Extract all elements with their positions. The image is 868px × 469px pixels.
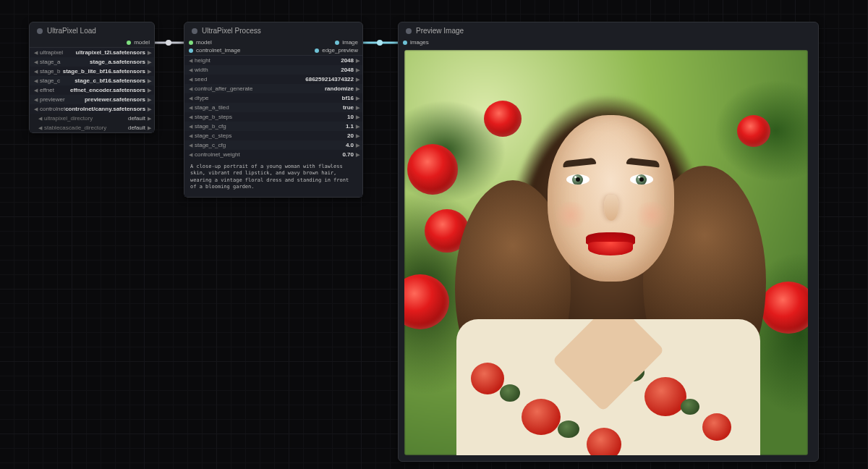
node-title[interactable]: UltraPixel Load <box>30 22 154 38</box>
node-body: ◀height2048▶◀width2048▶◀seed686259214374… <box>184 55 362 197</box>
param-row[interactable]: ◀stage_cstage_c_bf16.safetensors▶ <box>30 76 154 85</box>
param-label: stage_a <box>40 59 60 65</box>
param-value: 686259214374322 <box>305 76 354 83</box>
param-row[interactable]: ◀controlnetcontrolnet/canny.safetensors▶ <box>30 104 154 114</box>
param-value: 4.0 <box>346 142 354 148</box>
param-label: stage_b_cfg <box>195 123 226 130</box>
chevron-right-icon: ▶ <box>148 59 151 65</box>
param-row[interactable]: ◀width2048▶ <box>184 65 362 75</box>
collapse-dot-icon[interactable] <box>406 28 412 34</box>
chevron-right-icon: ▶ <box>356 124 359 130</box>
param-value: ultrapixel_t2i.safetensors <box>76 49 145 56</box>
param-label: previewer <box>40 96 65 103</box>
node-title[interactable]: UltraPixel Process <box>184 22 362 38</box>
param-row[interactable]: ◀effneteffnet_encoder.safetensors▶ <box>30 85 154 95</box>
output-port-edge-preview[interactable]: edge_preview <box>315 47 358 54</box>
chevron-left-icon: ◀ <box>189 58 192 64</box>
param-row[interactable]: ◀stage_a_tiledtrue▶ <box>184 103 362 112</box>
prompt-text[interactable]: A close-up portrait of a young woman wit… <box>184 159 362 197</box>
param-value: 1.1 <box>346 123 354 130</box>
param-row[interactable]: ◀stage_c_cfg4.0▶ <box>184 140 362 150</box>
input-port-controlnet-image[interactable]: controlnet_image <box>189 47 240 54</box>
param-row[interactable]: ◀control_after_generaterandomize▶ <box>184 84 362 93</box>
node-ultrapixel-load[interactable]: UltraPixel Load model ◀ultrapixelultrapi… <box>29 22 155 133</box>
svg-point-0 <box>166 40 171 46</box>
param-label: effnet <box>40 87 54 93</box>
chevron-right-icon: ▶ <box>356 77 359 83</box>
param-value: 2048 <box>341 67 354 73</box>
param-label: stage_c_cfg <box>195 142 226 148</box>
param-value: default <box>128 115 145 122</box>
param-value: bf16 <box>342 95 354 101</box>
chevron-left-icon: ◀ <box>34 97 38 103</box>
output-port-image[interactable]: image <box>335 39 358 46</box>
param-label: dtype <box>195 95 209 101</box>
param-value: 10 <box>347 114 354 120</box>
chevron-right-icon: ▶ <box>356 96 359 101</box>
chevron-right-icon: ▶ <box>148 88 151 93</box>
param-label: stage_c_steps <box>195 132 232 139</box>
node-ultrapixel-process[interactable]: UltraPixel Process model image controlne… <box>184 22 363 198</box>
param-row[interactable]: ◀stage_b_steps10▶ <box>184 112 362 122</box>
param-value: default <box>128 124 145 131</box>
chevron-left-icon: ◀ <box>38 116 42 122</box>
param-label: seed <box>195 76 207 83</box>
collapse-dot-icon[interactable] <box>37 28 43 34</box>
chevron-left-icon: ◀ <box>189 114 192 120</box>
param-label: stage_b <box>40 68 60 75</box>
param-row[interactable]: ◀height2048▶ <box>184 56 362 65</box>
param-row[interactable]: ◀ultrapixelultrapixel_t2i.safetensors▶ <box>30 48 154 57</box>
node-title-label: Preview Image <box>416 27 464 35</box>
param-row[interactable]: ◀previewerpreviewer.safetensors▶ <box>30 95 154 104</box>
param-value: 0.70 <box>342 151 354 158</box>
param-row[interactable]: ◀ultrapixel_directorydefault▶ <box>30 114 154 123</box>
chevron-right-icon: ▶ <box>148 78 151 84</box>
param-row[interactable]: ◀seed686259214374322▶ <box>184 75 362 84</box>
param-value: 20 <box>347 132 354 139</box>
chevron-right-icon: ▶ <box>356 58 359 64</box>
chevron-right-icon: ▶ <box>356 114 359 120</box>
param-label: width <box>195 67 208 73</box>
chevron-right-icon: ▶ <box>356 152 359 158</box>
node-title[interactable]: Preview Image <box>399 22 818 38</box>
param-row[interactable]: ◀controlnet_weight0.70▶ <box>184 150 362 159</box>
chevron-left-icon: ◀ <box>189 124 192 130</box>
chevron-right-icon: ▶ <box>356 67 359 73</box>
output-port-model[interactable]: model <box>127 39 150 46</box>
param-label: ultrapixel_directory <box>44 115 93 122</box>
param-label: stage_c <box>40 77 60 84</box>
param-row[interactable]: ◀dtypebf16▶ <box>184 93 362 103</box>
param-row[interactable]: ◀stage_astage_a.safetensors▶ <box>30 57 154 67</box>
chevron-right-icon: ▶ <box>356 105 359 111</box>
chevron-right-icon: ▶ <box>356 143 359 148</box>
chevron-left-icon: ◀ <box>34 59 38 65</box>
node-preview-image[interactable]: Preview Image images <box>398 22 819 462</box>
param-label: height <box>195 57 210 64</box>
param-row[interactable]: ◀stage_bstage_b_lite_bf16.safetensors▶ <box>30 67 154 76</box>
param-value: stage_a.safetensors <box>90 59 145 65</box>
node-title-label: UltraPixel Load <box>47 27 96 35</box>
param-label: stablecascade_directory <box>44 124 106 131</box>
graph-canvas[interactable]: { "nodes": { "load": { "title": "UltraPi… <box>0 0 868 469</box>
input-port-model[interactable]: model <box>189 39 212 46</box>
chevron-left-icon: ◀ <box>189 133 192 139</box>
param-value: previewer.safetensors <box>85 96 145 103</box>
chevron-left-icon: ◀ <box>34 69 38 75</box>
collapse-dot-icon[interactable] <box>192 28 197 34</box>
param-row[interactable]: ◀stage_c_steps20▶ <box>184 131 362 140</box>
input-port-images[interactable]: images <box>403 39 429 46</box>
param-value: effnet_encoder.safetensors <box>70 87 145 93</box>
chevron-left-icon: ◀ <box>189 67 192 73</box>
chevron-right-icon: ▶ <box>148 69 151 75</box>
param-label: controlnet_weight <box>195 151 240 158</box>
chevron-right-icon: ▶ <box>148 125 151 131</box>
param-row[interactable]: ◀stage_b_cfg1.1▶ <box>184 122 362 131</box>
param-value: 2048 <box>341 57 354 64</box>
chevron-left-icon: ◀ <box>189 105 192 111</box>
param-value: true <box>343 104 354 111</box>
param-row[interactable]: ◀stablecascade_directorydefault▶ <box>30 123 154 132</box>
node-title-label: UltraPixel Process <box>202 27 261 35</box>
chevron-left-icon: ◀ <box>189 77 192 83</box>
chevron-left-icon: ◀ <box>189 86 192 92</box>
chevron-right-icon: ▶ <box>356 86 359 92</box>
